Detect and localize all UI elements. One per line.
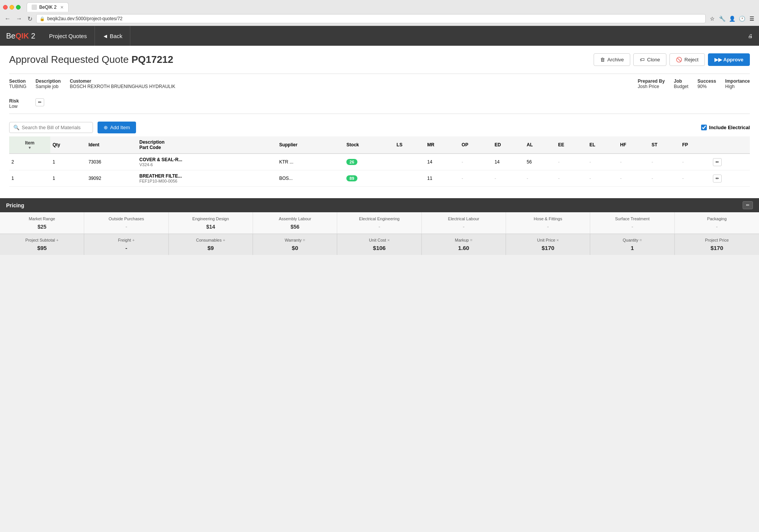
quote-actions: 🗑 Archive 🏷 Clone 🚫 Reject ▶▶ Approve (594, 53, 750, 66)
print-button[interactable]: 🖨 (742, 26, 759, 46)
th-st: ST (649, 136, 680, 154)
browser-tab[interactable]: BeQIK 2 ✕ (27, 2, 69, 12)
meta-edit-button[interactable]: ✏ (35, 98, 61, 106)
window-controls (3, 5, 21, 10)
cell-ee: - (556, 154, 587, 170)
profile-icon[interactable]: 👤 (728, 14, 736, 23)
meta-importance: Importance High (725, 79, 750, 89)
reject-button[interactable]: 🚫 Reject (669, 53, 705, 66)
forward-nav-button[interactable]: → (14, 14, 24, 23)
address-bar[interactable]: 🔒 beqik2au.dev:5000/project-quotes/72 (36, 14, 706, 23)
clone-button[interactable]: 🏷 Clone (633, 53, 666, 66)
cell-st: - (649, 154, 680, 170)
totals-warranty: Warranty = $0 (253, 234, 337, 255)
nav-back-button[interactable]: ◄ Back (95, 26, 130, 46)
totals-unit-cost: Unit Cost × $106 (337, 234, 421, 255)
search-box[interactable]: 🔍 (9, 122, 93, 133)
th-al: AL (524, 136, 556, 154)
cell-st: - (649, 170, 680, 187)
bom-table: Item ▼ Qty Ident Description Part Code S… (9, 136, 750, 187)
cell-ee: - (556, 170, 587, 187)
pricing-col-7: Surface Treatment- (590, 212, 674, 234)
cell-description: COVER & SEAL-R...V324-6 (137, 154, 277, 170)
cell-al: - (524, 170, 556, 187)
pricing-edit-button[interactable]: ✏ (743, 201, 753, 209)
archive-button[interactable]: 🗑 Archive (594, 53, 630, 66)
th-hf: HF (618, 136, 649, 154)
pricing-col-8: Packaging- (675, 212, 759, 234)
cell-stock: 89 (344, 170, 394, 187)
meta-edit-icon[interactable]: ✏ (35, 98, 44, 106)
pricing-grid: Market Range$25Outside Purchases-Enginee… (0, 212, 759, 234)
main-content: Approval Requested Quote PQ17212 🗑 Archi… (0, 46, 759, 198)
reject-icon: 🚫 (676, 57, 682, 62)
cell-edit: ✏ (711, 154, 750, 170)
include-electrical-checkbox[interactable] (701, 125, 707, 130)
th-ed: ED (492, 136, 524, 154)
th-el: EL (587, 136, 618, 154)
cell-item: 1 (9, 170, 50, 187)
back-nav-button[interactable]: ← (3, 14, 12, 23)
cell-stock: 26 (344, 154, 394, 170)
logo-version: 2 (29, 32, 35, 40)
th-ls: LS (394, 136, 425, 154)
tab-close-button[interactable]: ✕ (60, 5, 64, 10)
maximize-window-button[interactable] (16, 5, 21, 10)
cell-ident: 39092 (86, 170, 137, 187)
totals-consumables: Consumables + $9 (169, 234, 253, 255)
cell-el: - (587, 154, 618, 170)
table-row: 1139092BREATHER FILTE...FEF1P10-M00-0056… (9, 170, 750, 187)
cell-qty: 1 (50, 154, 86, 170)
cell-mr: 14 (425, 154, 459, 170)
minimize-window-button[interactable] (10, 5, 14, 10)
history-icon[interactable]: 🕐 (738, 14, 746, 23)
th-item[interactable]: Item ▼ (9, 136, 50, 154)
quote-meta: Section TUBING Description Sample job Cu… (9, 74, 750, 114)
row-edit-button[interactable]: ✏ (713, 175, 722, 183)
reload-button[interactable]: ↻ (26, 14, 34, 23)
menu-icon[interactable]: ☰ (748, 14, 756, 23)
cell-item: 2 (9, 154, 50, 170)
cell-supplier: BOS... (277, 170, 344, 187)
quote-title: Approval Requested Quote PQ17212 (9, 54, 173, 66)
pricing-col-0: Market Range$25 (0, 212, 84, 234)
th-ee: EE (556, 136, 587, 154)
url-display: beqik2au.dev:5000/project-quotes/72 (47, 16, 122, 21)
row-edit-button[interactable]: ✏ (713, 158, 722, 166)
th-op: OP (460, 136, 492, 154)
totals-freight: Freight + - (84, 234, 168, 255)
cell-ident: 73036 (86, 154, 137, 170)
include-electrical-toggle[interactable]: Include Electrical (701, 125, 750, 130)
cell-el: - (587, 170, 618, 187)
cell-fp: - (680, 154, 710, 170)
browser-titlebar: BeQIK 2 ✕ (0, 0, 759, 12)
pricing-col-4: Electrical Engineering- (337, 212, 421, 234)
add-item-button[interactable]: ⊕ Add Item (98, 122, 136, 133)
quote-header: Approval Requested Quote PQ17212 🗑 Archi… (9, 53, 750, 66)
tab-label: BeQIK 2 (39, 5, 56, 10)
clone-icon: 🏷 (640, 57, 645, 62)
extensions-icon[interactable]: 🔧 (718, 14, 726, 23)
close-window-button[interactable] (3, 5, 8, 10)
plus-icon: ⊕ (104, 125, 108, 130)
totals-quantity: Quantity = 1 (590, 234, 674, 255)
meta-risk: Risk Low (9, 98, 26, 109)
totals-project-subtotal: Project Subtotal + $95 (0, 234, 84, 255)
meta-description: Description Sample job (35, 79, 61, 89)
th-stock: Stock (344, 136, 394, 154)
cell-qty: 1 (50, 170, 86, 187)
search-input[interactable] (22, 125, 83, 130)
meta-row: Section TUBING Description Sample job Cu… (9, 79, 750, 109)
totals-markup: Markup = 1.60 (422, 234, 506, 255)
logo-be: Be (6, 32, 15, 40)
lock-icon: 🔒 (40, 16, 45, 21)
cell-mr: 11 (425, 170, 459, 187)
th-qty: Qty (50, 136, 86, 154)
approve-button[interactable]: ▶▶ Approve (708, 53, 750, 66)
nav-project-quotes[interactable]: Project Quotes (42, 26, 95, 46)
th-supplier: Supplier (277, 136, 344, 154)
bookmark-icon[interactable]: ☆ (708, 14, 716, 23)
th-mr: MR (425, 136, 459, 154)
pricing-section: Pricing ✏ Market Range$25Outside Purchas… (0, 198, 759, 255)
cell-op: - (460, 170, 492, 187)
